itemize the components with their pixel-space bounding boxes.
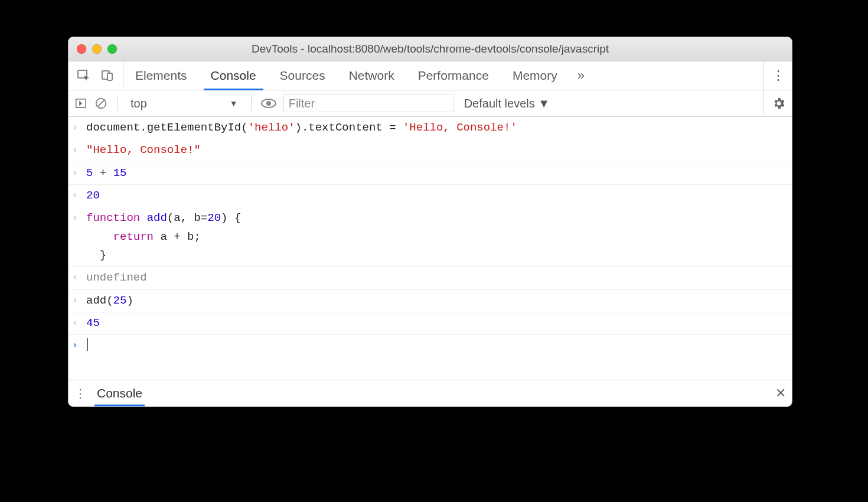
devtools-window: DevTools - localhost:8080/web/tools/chro… <box>68 37 792 407</box>
drawer: ⋮ Console ✕ <box>68 380 792 406</box>
toggle-sidebar-icon[interactable] <box>74 97 87 110</box>
code-text: 5 + 15 <box>86 164 126 182</box>
zoom-window-button[interactable] <box>107 44 117 54</box>
output-marker-icon: ‹ <box>72 187 86 203</box>
log-levels-selector[interactable]: Default levels ▼ <box>461 97 553 110</box>
tab-memory[interactable]: Memory <box>501 61 569 90</box>
console-output-row: ‹20 <box>68 185 792 207</box>
toggle-device-icon[interactable] <box>100 69 115 83</box>
window-controls <box>77 44 117 54</box>
filter-input[interactable] <box>283 94 453 112</box>
window-titlebar: DevTools - localhost:8080/web/tools/chro… <box>68 37 792 61</box>
close-drawer-icon[interactable]: ✕ <box>775 386 786 401</box>
code-text: document.getElementById('hello').textCon… <box>86 119 517 137</box>
tabs-overflow-button[interactable]: » <box>569 68 593 83</box>
tab-sources[interactable]: Sources <box>268 61 337 90</box>
main-menu-button[interactable]: ⋮ <box>772 68 784 83</box>
console-input-row: ›5 + 15 <box>68 162 792 185</box>
console-output-row: ‹undefined <box>68 267 792 289</box>
console-output[interactable]: ›document.getElementById('hello').textCo… <box>68 117 792 380</box>
console-output-row: ‹45 <box>68 312 792 335</box>
tab-performance[interactable]: Performance <box>406 61 501 90</box>
console-toolbar: top ▼ Default levels ▼ <box>68 90 792 117</box>
svg-rect-2 <box>107 73 112 80</box>
code-text: add(25) <box>86 292 133 310</box>
panel-tabs: ElementsConsoleSourcesNetworkPerformance… <box>123 61 569 90</box>
console-input-row: ›function add(a, b=20) { return a + b; } <box>68 207 792 267</box>
console-input-row: ›add(25) <box>68 290 792 312</box>
minimize-window-button[interactable] <box>92 44 102 54</box>
drawer-menu-button[interactable]: ⋮ <box>74 386 86 400</box>
console-settings-icon[interactable] <box>763 90 786 116</box>
tab-network[interactable]: Network <box>337 61 406 90</box>
code-text: 45 <box>86 314 100 333</box>
output-marker-icon: ‹ <box>72 141 86 158</box>
execution-context-selector[interactable]: top ▼ <box>127 96 242 112</box>
input-marker-icon: › <box>72 292 86 308</box>
console-input-row: ›document.getElementById('hello').textCo… <box>68 117 792 139</box>
code-text: undefined <box>86 269 147 287</box>
inspect-element-icon[interactable] <box>77 69 91 83</box>
prompt-marker-icon: › <box>72 337 86 353</box>
clear-console-icon[interactable] <box>94 97 107 110</box>
context-label: top <box>130 97 147 110</box>
tab-elements[interactable]: Elements <box>123 61 199 90</box>
input-marker-icon: › <box>72 209 86 226</box>
chevron-down-icon: ▼ <box>230 99 238 108</box>
console-prompt-row[interactable]: › <box>68 335 792 357</box>
window-title: DevTools - localhost:8080/web/tools/chro… <box>68 43 792 56</box>
console-output-row: ‹"Hello, Console!" <box>68 139 792 162</box>
output-marker-icon: ‹ <box>72 314 86 331</box>
live-expression-icon[interactable] <box>261 97 276 109</box>
input-marker-icon: › <box>72 164 86 181</box>
code-text: "Hello, Console!" <box>86 141 201 159</box>
output-marker-icon: ‹ <box>72 269 86 285</box>
main-tabbar: ElementsConsoleSourcesNetworkPerformance… <box>68 61 792 90</box>
svg-line-5 <box>98 100 105 107</box>
input-marker-icon: › <box>72 119 86 135</box>
tab-console[interactable]: Console <box>199 61 268 90</box>
prompt-input[interactable] <box>86 337 88 355</box>
toolbar-left-icons <box>68 61 123 90</box>
code-text: function add(a, b=20) { return a + b; } <box>86 209 241 265</box>
svg-point-7 <box>266 101 271 106</box>
code-text: 20 <box>86 187 100 205</box>
close-window-button[interactable] <box>77 44 86 54</box>
drawer-tab-console[interactable]: Console <box>94 382 145 405</box>
